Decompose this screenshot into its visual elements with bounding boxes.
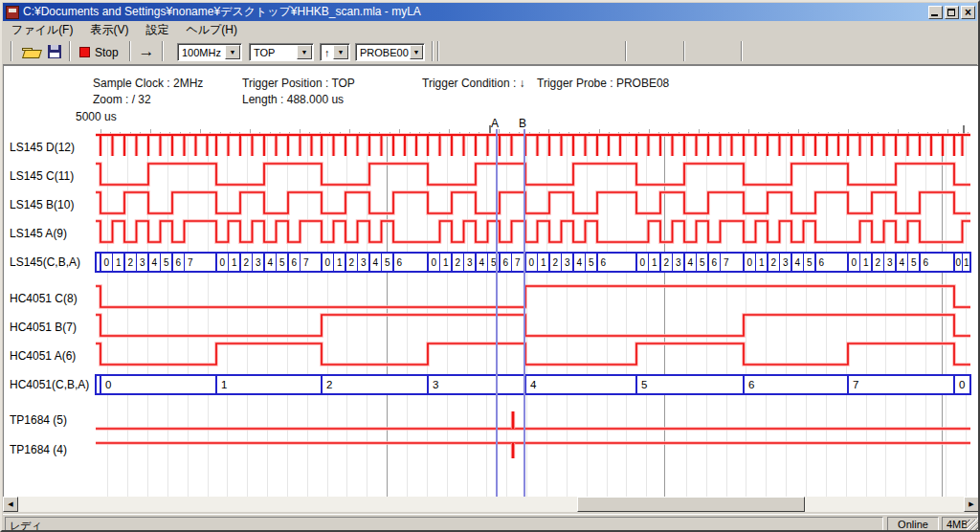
toolbar-separator <box>162 41 164 61</box>
trigger-edge-combo[interactable]: ↑ ▼ <box>320 43 350 61</box>
resize-grip[interactable] <box>967 520 979 532</box>
run-button[interactable]: → <box>135 40 158 62</box>
scroll-right-arrow-icon[interactable]: ▶ <box>964 497 979 512</box>
window-title: C:¥Documents and Settings¥noname¥デスクトップ¥… <box>23 4 926 20</box>
menu-bar: ファイル(F) 表示(V) 設定 ヘルプ(H) <box>3 21 977 38</box>
channel-label: LS145 C(11) <box>10 169 74 183</box>
app-icon <box>6 6 19 19</box>
stop-label: Stop <box>95 46 119 59</box>
chevron-down-icon[interactable]: ▼ <box>297 45 312 59</box>
sample-clock-info: Sample Clock : 2MHz <box>93 77 203 90</box>
close-icon: × <box>965 6 971 19</box>
open-file-button[interactable] <box>19 41 42 62</box>
trigger-edge-value: ↑ <box>321 47 332 58</box>
minimize-button[interactable] <box>928 6 943 19</box>
channel-label: HC4051 A(6) <box>10 349 76 363</box>
sample-clock-combo[interactable]: 100MHz ▼ <box>177 43 242 61</box>
trigger-probe-info: Trigger Probe : PROBE08 <box>537 77 669 90</box>
channel-label: LS145(C,B,A) <box>10 255 80 269</box>
toolbar-separator <box>129 41 131 61</box>
length-info: Length : 488.000 us <box>242 93 344 106</box>
trigger-probe-value: PROBE00 <box>356 47 409 58</box>
scroll-left-arrow-icon[interactable]: ◀ <box>3 497 18 512</box>
chevron-down-icon[interactable]: ▼ <box>225 45 240 59</box>
status-ready: レディ <box>5 517 883 532</box>
channel-label: HC4051 B(7) <box>10 321 77 334</box>
title-bar: C:¥Documents and Settings¥noname¥デスクトップ¥… <box>3 3 977 21</box>
channel-label: LS145 D(12) <box>10 141 75 154</box>
stop-button[interactable]: Stop <box>76 42 125 62</box>
save-floppy-icon <box>48 45 61 58</box>
channel-label: TP1684 (4) <box>10 443 67 456</box>
menu-file[interactable]: ファイル(F) <box>3 21 81 39</box>
waveform-panel: Sample Clock : 2MHz Zoom : / 32 Trigger … <box>3 65 979 497</box>
toolbar-separator <box>741 41 743 61</box>
zoom-info: Zoom : / 32 <box>93 93 151 106</box>
trigger-condition-info: Trigger Condition : ↓ <box>422 77 525 90</box>
menu-help[interactable]: ヘルプ(H) <box>177 21 246 39</box>
sample-clock-value: 100MHz <box>178 47 224 58</box>
menu-settings[interactable]: 設定 <box>137 21 177 39</box>
toolbar-separator <box>683 41 685 61</box>
trigger-position-value: TOP <box>250 47 296 58</box>
open-folder-icon <box>22 46 40 58</box>
maximize-icon <box>947 9 955 16</box>
toolbar-separator <box>69 41 71 61</box>
save-file-button[interactable] <box>44 41 65 62</box>
menu-view[interactable]: 表示(V) <box>81 21 137 39</box>
channel-label: LS145 A(9) <box>10 227 67 240</box>
channel-label: HC4051 C(8) <box>10 292 78 305</box>
trigger-position-info: Trigger Position : TOP <box>242 77 355 90</box>
channel-label: HC4051(C,B,A) <box>10 378 89 391</box>
channel-label: LS145 B(10) <box>10 198 74 211</box>
chevron-down-icon[interactable]: ▼ <box>410 45 423 59</box>
trigger-probe-combo[interactable]: PROBE00 ▼ <box>355 43 425 61</box>
scrollbar-thumb[interactable] <box>577 497 805 512</box>
close-button[interactable]: × <box>961 6 975 19</box>
trigger-position-combo[interactable]: TOP ▼ <box>249 43 314 61</box>
toolbar: Stop → 100MHz ▼ TOP ▼ ↑ ▼ PROBE00 ▼ − + … <box>3 38 977 65</box>
horizontal-scrollbar[interactable]: ◀ ▶ <box>3 497 979 512</box>
toolbar-separator <box>11 41 12 61</box>
status-bar: レディ Online 4MBit <box>3 514 979 532</box>
channel-label: TP1684 (5) <box>10 413 67 427</box>
status-online-badge: Online <box>887 517 939 532</box>
chevron-down-icon[interactable]: ▼ <box>333 45 348 59</box>
minimize-icon <box>931 14 938 16</box>
app-window: C:¥Documents and Settings¥noname¥デスクトップ¥… <box>0 0 980 532</box>
maximize-button[interactable] <box>945 6 959 19</box>
toolbar-separator <box>625 41 627 61</box>
stop-icon <box>79 47 90 57</box>
toolbar-separator <box>437 41 439 61</box>
toolbar-separator <box>432 41 434 61</box>
time-scale-label: 5000 us <box>76 110 117 123</box>
